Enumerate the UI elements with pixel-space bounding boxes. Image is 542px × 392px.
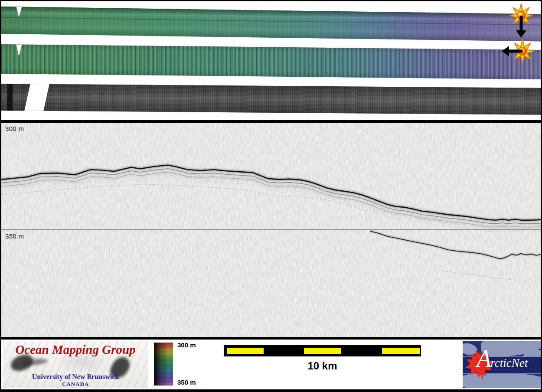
arcticnet-wordmark: ArcticNet (477, 350, 528, 370)
starburst-left-marker (496, 38, 535, 65)
swath-gap (24, 84, 49, 111)
omg-subtitle: University of New Brunswick (3, 373, 148, 381)
scale-bar-segment (304, 348, 341, 354)
arcticnet-logo: ArcticNet (463, 341, 541, 388)
bathymetry-textured-swath (1, 44, 541, 79)
scale-bar-segment (227, 348, 264, 354)
backscatter-swath (1, 84, 541, 115)
swath-notch (16, 44, 22, 56)
swath-strip-section (1, 1, 541, 120)
depth-label-350m: 350 m (5, 232, 24, 240)
bathymetry-shaded-swath (1, 7, 541, 42)
depth-label-300m: 300 m (5, 125, 24, 132)
footer-bar: Ocean Mapping Group University of New Br… (1, 340, 541, 389)
subbottom-profile-plot (1, 123, 541, 337)
starburst-down-marker (508, 2, 535, 40)
omg-country: CANADA (3, 381, 148, 388)
colorbar-bottom-label: 350 m (177, 379, 196, 386)
backscatter-gap-artifact (7, 84, 13, 111)
ocean-mapping-group-logo: Ocean Mapping Group University of New Br… (3, 341, 148, 388)
subbottom-profile-panel: 300 m 350 m (1, 123, 541, 337)
depth-colorbar (154, 343, 173, 385)
survey-figure: 300 m 350 m Ocean Mapping Group Universi… (0, 0, 542, 392)
scale-bar-label: 10 km (224, 360, 421, 372)
scale-bar-segment (382, 348, 420, 354)
colorbar-top-label: 300 m (177, 341, 196, 349)
omg-title: Ocean Mapping Group (3, 343, 148, 357)
swath-notch (16, 7, 22, 17)
map-scale-bar (224, 345, 421, 356)
